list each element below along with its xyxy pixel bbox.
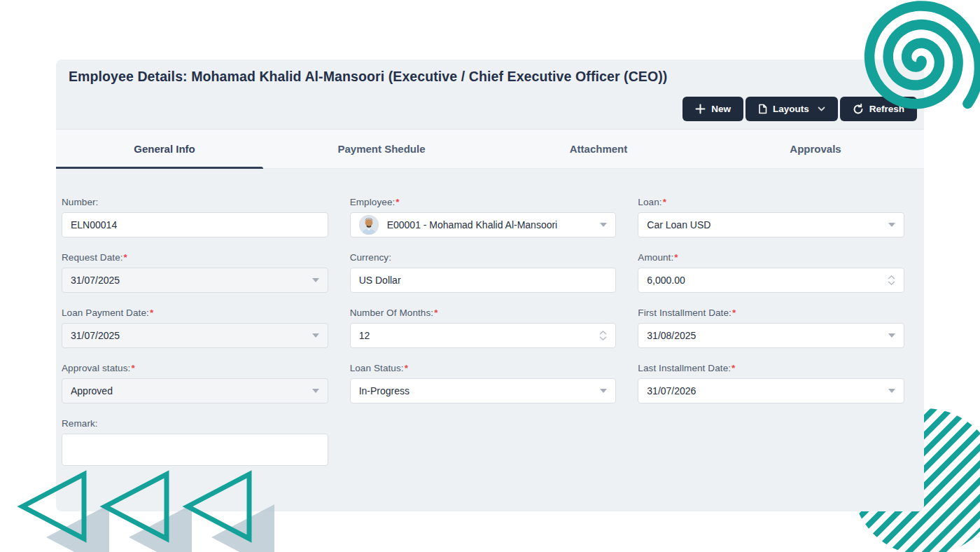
tab-payment-shedule[interactable]: Payment Shedule <box>273 130 490 168</box>
loan-payment-date-picker[interactable]: 31/07/2025 <box>62 323 328 348</box>
loan-status-label: Loan Status:* <box>350 363 617 373</box>
field-loan-status: Loan Status:* In-Progress <box>350 363 617 403</box>
employee-details-panel: Employee Details: Mohamad Khalid Al-Mans… <box>56 60 924 511</box>
employee-avatar <box>359 215 379 235</box>
tab-attachment[interactable]: Attachment <box>490 130 707 168</box>
number-input[interactable] <box>62 212 328 237</box>
number-label: Number: <box>62 197 328 207</box>
field-loan: Loan:* Car Loan USD <box>638 197 904 237</box>
loan-payment-date-label: Loan Payment Date:* <box>62 308 328 318</box>
loan-payment-date-caret-icon[interactable] <box>312 333 319 338</box>
first-installment-date-picker[interactable]: 31/08/2025 <box>638 323 904 348</box>
page-title: Employee Details: Mohamad Khalid Al-Mans… <box>69 69 911 85</box>
remark-textarea[interactable] <box>62 434 328 466</box>
last-installment-date-label: Last Installment Date:* <box>638 363 904 373</box>
amount-value: 6,000.00 <box>647 275 685 286</box>
tab-general-info[interactable]: General Info <box>56 130 273 168</box>
chevron-down-icon <box>818 106 825 111</box>
loan-status-caret-icon[interactable] <box>600 389 607 393</box>
new-button[interactable]: New <box>682 97 743 121</box>
loan-select[interactable]: Car Loan USD <box>638 212 904 237</box>
number-of-months-label: Number Of Months:* <box>350 308 617 318</box>
refresh-button-label: Refresh <box>869 104 904 114</box>
layouts-button-label: Layouts <box>773 104 809 114</box>
field-number: Number: <box>62 197 328 237</box>
remark-label: Remark: <box>62 418 328 429</box>
employee-select[interactable]: E00001 - Mohamad Khalid Al-Mansoori <box>350 212 617 237</box>
currency-input[interactable] <box>350 268 617 293</box>
amount-stepper[interactable]: 6,000.00 <box>638 268 904 293</box>
field-currency: Currency: <box>350 252 617 293</box>
number-of-months-stepper[interactable]: 12 <box>350 323 617 348</box>
number-of-months-value: 12 <box>359 330 370 341</box>
loan-value: Car Loan USD <box>647 219 710 230</box>
employee-value: E00001 - Mohamad Khalid Al-Mansoori <box>387 219 558 230</box>
request-date-caret-icon[interactable] <box>312 278 319 282</box>
approval-status-label: Approval status:* <box>62 363 328 373</box>
field-number-of-months: Number Of Months:* 12 <box>350 308 617 348</box>
last-installment-date-caret-icon[interactable] <box>888 389 895 393</box>
last-installment-date-picker[interactable]: 31/07/2026 <box>638 378 904 403</box>
request-date-label: Request Date:* <box>62 252 328 263</box>
layouts-button[interactable]: Layouts <box>746 97 838 121</box>
general-info-form: Number: Employee:* <box>56 169 924 511</box>
toolbar: New Layouts Refresh <box>682 97 917 121</box>
field-loan-payment-date: Loan Payment Date:* 31/07/2025 <box>62 308 328 348</box>
field-request-date: Request Date:* 31/07/2025 <box>62 252 328 293</box>
loan-status-value: In-Progress <box>359 385 410 396</box>
tab-approvals[interactable]: Approvals <box>707 130 924 168</box>
approval-status-caret-icon[interactable] <box>312 389 319 393</box>
first-installment-date-label: First Installment Date:* <box>638 308 904 318</box>
request-date-value: 31/07/2025 <box>71 275 120 286</box>
approval-status-value: Approved <box>71 385 113 396</box>
amount-stepper-icons[interactable] <box>888 275 895 285</box>
refresh-icon <box>853 104 864 115</box>
request-date-picker[interactable]: 31/07/2025 <box>62 268 328 293</box>
field-first-installment-date: First Installment Date:* 31/08/2025 <box>638 308 904 348</box>
last-installment-date-value: 31/07/2026 <box>647 385 696 396</box>
refresh-button[interactable]: Refresh <box>840 97 917 121</box>
plus-icon <box>695 104 706 114</box>
loan-status-select[interactable]: In-Progress <box>350 378 617 403</box>
first-installment-date-value: 31/08/2025 <box>647 330 696 341</box>
employee-caret-icon[interactable] <box>600 223 607 227</box>
file-icon <box>758 104 767 114</box>
amount-label: Amount:* <box>638 252 904 263</box>
field-amount: Amount:* 6,000.00 <box>638 252 904 293</box>
field-approval-status: Approval status:* Approved <box>62 363 328 403</box>
first-installment-date-caret-icon[interactable] <box>888 333 895 338</box>
number-of-months-stepper-icons[interactable] <box>599 331 607 340</box>
loan-label: Loan:* <box>638 197 904 207</box>
panel-header: Employee Details: Mohamad Khalid Al-Mans… <box>56 60 924 130</box>
field-employee: Employee:* E00001 - Mohamad Khalid Al-Ma… <box>350 197 617 237</box>
new-button-label: New <box>711 104 731 114</box>
approval-status-select[interactable]: Approved <box>62 378 328 403</box>
loan-payment-date-value: 31/07/2025 <box>71 330 120 341</box>
employee-label: Employee:* <box>350 197 617 207</box>
field-remark: Remark: <box>62 418 328 466</box>
loan-caret-icon[interactable] <box>888 223 895 227</box>
currency-label: Currency: <box>350 252 617 263</box>
tabstrip: General Info Payment Shedule Attachment … <box>56 130 924 169</box>
field-last-installment-date: Last Installment Date:* 31/07/2026 <box>638 363 904 403</box>
